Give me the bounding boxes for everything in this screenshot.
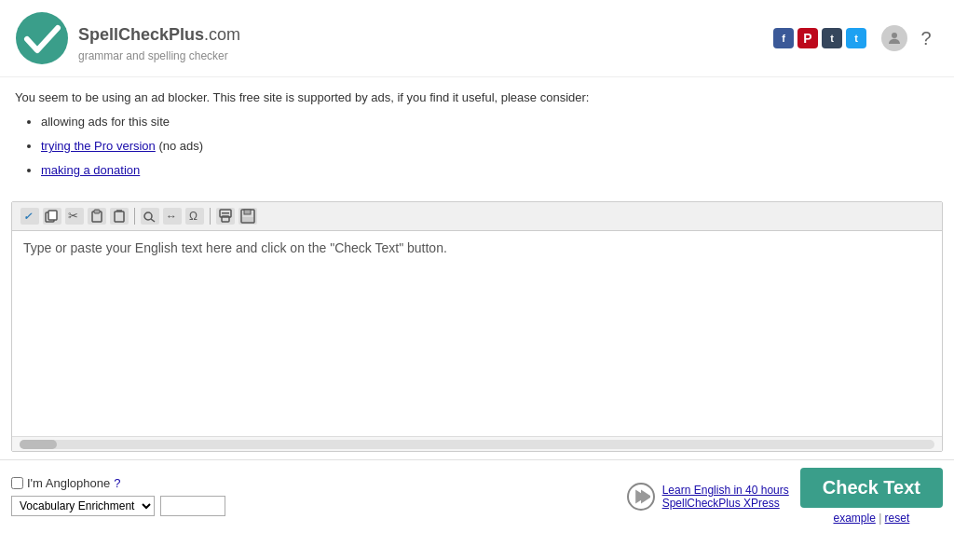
editor-placeholder: Type or paste your English text here and…	[23, 240, 447, 255]
cut-toolbar-btn[interactable]: ✂	[64, 206, 85, 226]
svg-rect-6	[48, 211, 57, 220]
clear-toolbar-btn[interactable]	[109, 206, 129, 226]
help-icon[interactable]: ?	[913, 25, 939, 51]
logo-title: SpellCheckPlus.com	[78, 14, 240, 47]
reset-link[interactable]: reset	[885, 512, 910, 525]
adblocker-list: allowing ads for this site trying the Pr…	[15, 110, 939, 183]
spell-check-toolbar-btn[interactable]: ✓	[20, 206, 40, 226]
svg-rect-15	[141, 208, 159, 225]
check-text-button[interactable]: Check Text	[800, 468, 943, 508]
print-toolbar-btn[interactable]	[215, 206, 236, 226]
find-toolbar-btn[interactable]	[140, 206, 160, 226]
toolbar-sep-1	[134, 208, 135, 225]
toolbar-sep-2	[210, 208, 211, 225]
adblocker-item-2: trying the Pro version (no ads)	[41, 134, 939, 158]
logo-icon	[15, 11, 69, 65]
header-right: f P t t ?	[773, 25, 939, 51]
anglophone-checkbox[interactable]	[11, 477, 23, 489]
svg-text:Ω: Ω	[189, 210, 198, 223]
paste-toolbar-btn[interactable]	[87, 206, 107, 226]
user-icon[interactable]	[881, 25, 907, 51]
footer-center: Learn English in 40 hours SpellCheckPlus…	[627, 483, 789, 511]
pinterest-icon[interactable]: P	[797, 28, 818, 48]
svg-rect-28	[244, 210, 251, 214]
svg-text:✂: ✂	[68, 209, 78, 223]
vocabulary-enrichment-select[interactable]: Vocabulary Enrichment Basic Advanced	[11, 496, 155, 516]
replace-toolbar-btn[interactable]: ↔	[162, 206, 183, 226]
svg-point-1	[892, 33, 897, 38]
pro-version-link[interactable]: trying the Pro version	[41, 139, 156, 153]
svg-rect-11	[94, 210, 100, 213]
logo-text-block: SpellCheckPlus.com grammar and spelling …	[78, 14, 240, 61]
logo-title-text: SpellCheckPlus	[78, 25, 204, 44]
donation-link[interactable]: making a donation	[41, 163, 140, 177]
svg-marker-31	[641, 489, 650, 503]
tumblr-icon[interactable]: t	[822, 28, 842, 48]
logo-subtitle: grammar and spelling checker	[78, 49, 240, 62]
vocab-text-input[interactable]	[160, 496, 225, 516]
footer-left: I'm Anglophone ? Vocabulary Enrichment B…	[11, 476, 225, 516]
logo-domain: .com	[204, 25, 240, 44]
anglophone-help-link[interactable]: ?	[114, 476, 120, 490]
adblocker-item-3: making a donation	[41, 158, 939, 183]
omega-toolbar-btn[interactable]: Ω	[184, 206, 205, 226]
header: SpellCheckPlus.com grammar and spelling …	[0, 0, 954, 77]
facebook-icon[interactable]: f	[773, 28, 794, 48]
svg-point-0	[16, 12, 68, 64]
twitter-icon[interactable]: t	[846, 28, 866, 48]
adblocker-message: You seem to be using an ad blocker. This…	[0, 77, 954, 188]
editor-container: ✓ ✂	[11, 201, 943, 452]
svg-text:✓: ✓	[23, 211, 33, 222]
learn-english-text: Learn English in 40 hours SpellCheckPlus…	[662, 484, 789, 510]
vocab-row: Vocabulary Enrichment Basic Advanced	[11, 496, 225, 516]
save-toolbar-btn[interactable]	[238, 206, 258, 226]
adblocker-item-1: allowing ads for this site	[41, 110, 939, 134]
adblocker-item-2-suffix: (no ads)	[156, 139, 203, 153]
svg-rect-25	[222, 212, 229, 214]
learn-english-icon	[627, 483, 655, 511]
text-editor[interactable]: Type or paste your English text here and…	[12, 231, 942, 436]
adblocker-item-1-text: allowing ads for this site	[41, 115, 170, 129]
scrollbar-track[interactable]	[20, 440, 934, 449]
scrollbar-thumb[interactable]	[20, 440, 57, 449]
logo-wrapper: SpellCheckPlus.com grammar and spelling …	[15, 11, 240, 65]
anglophone-row: I'm Anglophone ?	[11, 476, 225, 490]
spellcheckplus-xpress-link[interactable]: SpellCheckPlus XPress	[662, 497, 789, 510]
scrollbar-area[interactable]	[12, 436, 942, 451]
footer-right: Check Text example | reset	[800, 468, 943, 525]
example-reset-row: example | reset	[833, 512, 909, 525]
copy-toolbar-btn[interactable]	[42, 206, 62, 226]
footer: I'm Anglophone ? Vocabulary Enrichment B…	[0, 459, 954, 532]
toolbar: ✓ ✂	[12, 202, 942, 231]
svg-rect-29	[242, 217, 253, 222]
example-link[interactable]: example	[833, 512, 875, 525]
anglophone-label: I'm Anglophone	[27, 476, 110, 490]
social-icons: f P t t	[773, 28, 866, 48]
learn-english-link[interactable]: Learn English in 40 hours	[662, 484, 789, 497]
adblocker-text: You seem to be using an ad blocker. This…	[15, 90, 939, 104]
svg-text:↔: ↔	[166, 210, 177, 223]
